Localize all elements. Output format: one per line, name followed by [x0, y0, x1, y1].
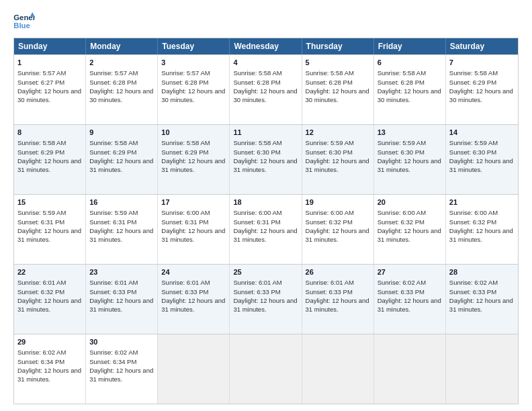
- calendar-cell: 11Sunrise: 5:58 AMSunset: 6:30 PMDayligh…: [230, 125, 302, 194]
- calendar-body: 1Sunrise: 5:57 AMSunset: 6:27 PMDaylight…: [14, 54, 518, 404]
- calendar-cell: 13Sunrise: 5:59 AMSunset: 6:30 PMDayligh…: [374, 125, 446, 194]
- calendar-cell: 1Sunrise: 5:57 AMSunset: 6:27 PMDaylight…: [14, 55, 86, 124]
- sunset-label: Sunset: 6:34 PM: [17, 358, 64, 365]
- sunrise-label: Sunrise: 5:58 AM: [233, 139, 281, 146]
- sunrise-label: Sunrise: 6:00 AM: [306, 209, 354, 216]
- calendar-cell: 4Sunrise: 5:58 AMSunset: 6:28 PMDaylight…: [230, 55, 302, 124]
- sunrise-label: Sunrise: 5:59 AM: [17, 209, 66, 216]
- daylight-label: Daylight: 12 hours and 31 minutes.: [306, 157, 369, 173]
- svg-text:Blue: Blue: [13, 21, 30, 30]
- sunset-label: Sunset: 6:31 PM: [17, 218, 64, 226]
- calendar-cell: 8Sunrise: 5:58 AMSunset: 6:29 PMDaylight…: [14, 125, 86, 194]
- day-number: 16: [89, 197, 154, 208]
- daylight-label: Daylight: 12 hours and 30 minutes.: [17, 87, 81, 103]
- calendar-cell: 15Sunrise: 5:59 AMSunset: 6:31 PMDayligh…: [14, 195, 86, 264]
- sunset-label: Sunset: 6:29 PM: [89, 148, 136, 156]
- calendar-cell: 5Sunrise: 5:58 AMSunset: 6:28 PMDaylight…: [302, 55, 374, 124]
- calendar-cell: 21Sunrise: 6:00 AMSunset: 6:32 PMDayligh…: [446, 195, 518, 264]
- day-number: 9: [89, 128, 154, 138]
- daylight-label: Daylight: 12 hours and 30 minutes.: [233, 87, 297, 103]
- day-header-sunday: Sunday: [14, 38, 86, 54]
- sunset-label: Sunset: 6:33 PM: [306, 288, 353, 295]
- calendar-cell: 26Sunrise: 6:01 AMSunset: 6:33 PMDayligh…: [302, 265, 374, 334]
- sunrise-label: Sunrise: 5:59 AM: [449, 139, 498, 146]
- sunset-label: Sunset: 6:31 PM: [233, 218, 280, 226]
- day-header-thursday: Thursday: [302, 38, 374, 54]
- sunset-label: Sunset: 6:32 PM: [17, 288, 64, 295]
- daylight-label: Daylight: 12 hours and 31 minutes.: [449, 227, 513, 243]
- daylight-label: Daylight: 12 hours and 30 minutes.: [161, 87, 225, 103]
- day-number: 27: [378, 267, 442, 277]
- calendar-row-3: 22Sunrise: 6:01 AMSunset: 6:32 PMDayligh…: [14, 264, 518, 334]
- day-number: 2: [89, 58, 154, 68]
- sunset-label: Sunset: 6:32 PM: [306, 218, 353, 226]
- calendar-cell: 23Sunrise: 6:01 AMSunset: 6:33 PMDayligh…: [86, 265, 158, 334]
- daylight-label: Daylight: 12 hours and 31 minutes.: [378, 297, 441, 313]
- day-number: 24: [161, 267, 226, 277]
- sunrise-label: Sunrise: 6:02 AM: [378, 279, 426, 286]
- day-number: 13: [378, 128, 442, 138]
- day-number: 26: [306, 267, 370, 277]
- logo-icon: General Blue: [13, 12, 35, 31]
- daylight-label: Daylight: 12 hours and 31 minutes.: [161, 157, 225, 173]
- calendar-row-2: 15Sunrise: 5:59 AMSunset: 6:31 PMDayligh…: [14, 194, 518, 264]
- sunrise-label: Sunrise: 6:01 AM: [89, 279, 138, 286]
- day-number: 20: [378, 197, 442, 208]
- day-number: 30: [89, 337, 154, 347]
- day-number: 1: [17, 58, 82, 68]
- sunset-label: Sunset: 6:33 PM: [378, 288, 425, 295]
- daylight-label: Daylight: 12 hours and 31 minutes.: [17, 157, 81, 173]
- sunrise-label: Sunrise: 5:57 AM: [89, 69, 138, 77]
- sunset-label: Sunset: 6:33 PM: [449, 288, 496, 295]
- day-number: 29: [17, 337, 82, 347]
- day-number: 28: [449, 267, 515, 277]
- header: General Blue: [13, 12, 519, 31]
- calendar-cell: 18Sunrise: 6:00 AMSunset: 6:31 PMDayligh…: [230, 195, 302, 264]
- calendar-cell: 20Sunrise: 6:00 AMSunset: 6:32 PMDayligh…: [374, 195, 446, 264]
- sunset-label: Sunset: 6:34 PM: [89, 358, 136, 365]
- calendar-cell: [446, 334, 518, 404]
- sunrise-label: Sunrise: 5:58 AM: [449, 69, 498, 77]
- sunset-label: Sunset: 6:28 PM: [89, 79, 136, 86]
- sunrise-label: Sunrise: 6:00 AM: [449, 209, 498, 216]
- calendar-header: SundayMondayTuesdayWednesdayThursdayFrid…: [14, 38, 518, 54]
- daylight-label: Daylight: 12 hours and 31 minutes.: [233, 157, 297, 173]
- calendar-cell: 9Sunrise: 5:58 AMSunset: 6:29 PMDaylight…: [86, 125, 158, 194]
- sunrise-label: Sunrise: 5:57 AM: [17, 69, 66, 77]
- sunrise-label: Sunrise: 5:59 AM: [89, 209, 138, 216]
- day-header-friday: Friday: [374, 38, 446, 54]
- day-number: 10: [161, 128, 226, 138]
- sunset-label: Sunset: 6:30 PM: [233, 148, 280, 156]
- calendar-cell: 29Sunrise: 6:02 AMSunset: 6:34 PMDayligh…: [14, 334, 86, 404]
- daylight-label: Daylight: 12 hours and 30 minutes.: [449, 87, 513, 103]
- calendar-cell: 7Sunrise: 5:58 AMSunset: 6:29 PMDaylight…: [446, 55, 518, 124]
- day-header-tuesday: Tuesday: [158, 38, 230, 54]
- calendar-cell: 22Sunrise: 6:01 AMSunset: 6:32 PMDayligh…: [14, 265, 86, 334]
- calendar-cell: 27Sunrise: 6:02 AMSunset: 6:33 PMDayligh…: [374, 265, 446, 334]
- sunset-label: Sunset: 6:29 PM: [161, 148, 208, 156]
- sunrise-label: Sunrise: 5:59 AM: [378, 139, 426, 146]
- day-header-monday: Monday: [86, 38, 158, 54]
- sunset-label: Sunset: 6:33 PM: [89, 288, 136, 295]
- sunset-label: Sunset: 6:33 PM: [233, 288, 280, 295]
- daylight-label: Daylight: 12 hours and 30 minutes.: [378, 87, 441, 103]
- calendar-cell: 25Sunrise: 6:01 AMSunset: 6:33 PMDayligh…: [230, 265, 302, 334]
- sunset-label: Sunset: 6:28 PM: [378, 79, 425, 86]
- calendar-row-4: 29Sunrise: 6:02 AMSunset: 6:34 PMDayligh…: [14, 334, 518, 404]
- daylight-label: Daylight: 12 hours and 30 minutes.: [306, 87, 369, 103]
- sunrise-label: Sunrise: 5:58 AM: [161, 139, 210, 146]
- day-number: 5: [306, 58, 370, 68]
- daylight-label: Daylight: 12 hours and 31 minutes.: [17, 227, 81, 243]
- daylight-label: Daylight: 12 hours and 31 minutes.: [89, 227, 153, 243]
- daylight-label: Daylight: 12 hours and 31 minutes.: [378, 227, 441, 243]
- sunrise-label: Sunrise: 6:02 AM: [89, 349, 138, 356]
- daylight-label: Daylight: 12 hours and 31 minutes.: [449, 297, 513, 313]
- calendar-row-0: 1Sunrise: 5:57 AMSunset: 6:27 PMDaylight…: [14, 54, 518, 124]
- day-number: 19: [306, 197, 370, 208]
- day-number: 25: [233, 267, 298, 277]
- sunrise-label: Sunrise: 6:01 AM: [161, 279, 210, 286]
- daylight-label: Daylight: 12 hours and 31 minutes.: [17, 367, 81, 383]
- day-header-saturday: Saturday: [446, 38, 518, 54]
- sunset-label: Sunset: 6:30 PM: [378, 148, 425, 156]
- calendar-cell: 6Sunrise: 5:58 AMSunset: 6:28 PMDaylight…: [374, 55, 446, 124]
